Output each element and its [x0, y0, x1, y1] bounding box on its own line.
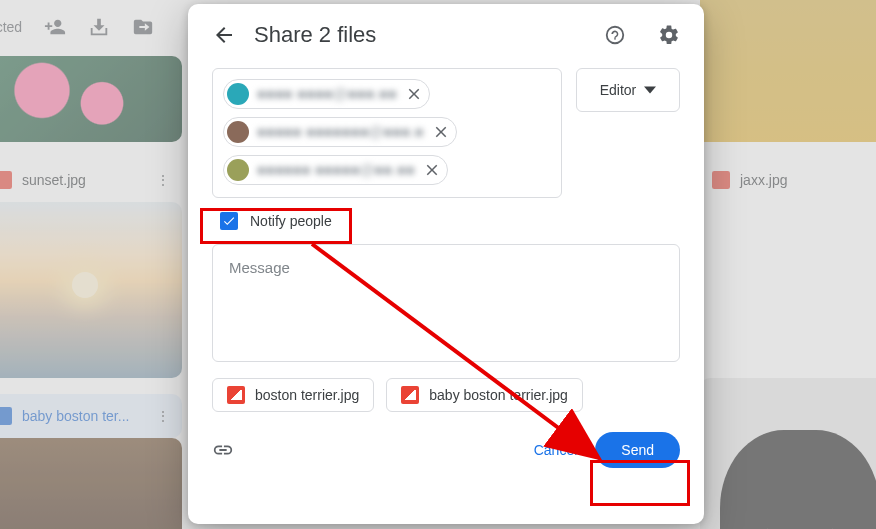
recipient-email: ■■■■ ■■■■@■■■.■■	[257, 86, 397, 102]
send-button[interactable]: Send	[595, 432, 680, 468]
shared-files-row: boston terrier.jpg baby boston terrier.j…	[212, 378, 680, 412]
remove-chip-icon[interactable]	[405, 85, 423, 103]
shared-file-chip[interactable]: baby boston terrier.jpg	[386, 378, 583, 412]
recipient-email: ■■■■■ ■■■■■■■@■■■.■	[257, 124, 424, 140]
message-input[interactable]	[227, 257, 665, 349]
dialog-footer: Cancel Send	[212, 432, 680, 468]
copy-link-icon[interactable]	[212, 439, 234, 461]
settings-gear-icon[interactable]	[658, 24, 680, 46]
remove-chip-icon[interactable]	[423, 161, 441, 179]
cancel-button[interactable]: Cancel	[516, 432, 596, 468]
share-dialog: Share 2 files ■■■■ ■■■■@■■■.■■ ■■■■■ ■■■…	[188, 4, 704, 524]
caret-down-icon	[644, 84, 656, 96]
avatar	[227, 121, 249, 143]
notify-checkbox[interactable]	[220, 212, 238, 230]
role-label: Editor	[600, 82, 637, 98]
dialog-header: Share 2 files	[212, 22, 680, 48]
role-dropdown[interactable]: Editor	[576, 68, 680, 112]
shared-file-chip[interactable]: boston terrier.jpg	[212, 378, 374, 412]
check-icon	[222, 214, 236, 228]
avatar	[227, 83, 249, 105]
shared-file-name: baby boston terrier.jpg	[429, 387, 568, 403]
message-box	[212, 244, 680, 362]
back-arrow-icon[interactable]	[212, 23, 236, 47]
remove-chip-icon[interactable]	[432, 123, 450, 141]
image-file-icon	[227, 386, 245, 404]
recipient-email: ■■■■■■ ■■■■■@■■.■■	[257, 162, 415, 178]
image-file-icon	[401, 386, 419, 404]
recipient-chip[interactable]: ■■■■■ ■■■■■■■@■■■.■	[223, 117, 457, 147]
avatar	[227, 159, 249, 181]
recipients-box[interactable]: ■■■■ ■■■■@■■■.■■ ■■■■■ ■■■■■■■@■■■.■ ■■■…	[212, 68, 562, 198]
notify-row: Notify people	[220, 212, 680, 230]
recipient-chip[interactable]: ■■■■■■ ■■■■■@■■.■■	[223, 155, 448, 185]
help-icon[interactable]	[604, 24, 626, 46]
dialog-title: Share 2 files	[254, 22, 586, 48]
notify-label: Notify people	[250, 213, 332, 229]
shared-file-name: boston terrier.jpg	[255, 387, 359, 403]
recipient-chip[interactable]: ■■■■ ■■■■@■■■.■■	[223, 79, 430, 109]
